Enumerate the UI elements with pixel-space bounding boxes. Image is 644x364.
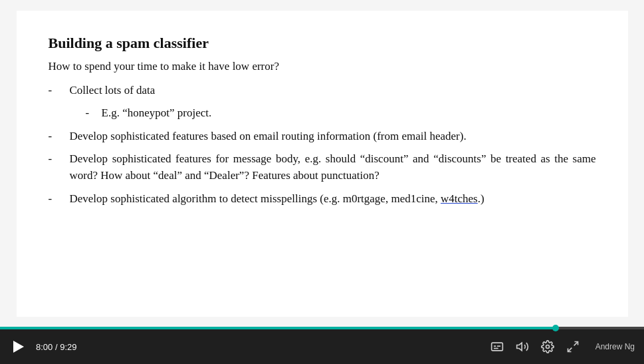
sub-dash: - [86, 105, 102, 122]
settings-icon [541, 340, 554, 353]
bullet-list: - Collect lots of data - E.g. “honeypot”… [49, 83, 596, 208]
progress-bar-fill [0, 327, 556, 329]
svg-marker-4 [516, 343, 522, 351]
bullet-text: Develop sophisticated algorithm to detec… [70, 191, 596, 208]
list-item: - Develop sophisticated features for mes… [49, 151, 596, 184]
control-icons [490, 340, 580, 353]
play-icon [13, 341, 24, 353]
video-container: Building a spam classifier How to spend … [0, 0, 644, 364]
controls-bar: 8:00 / 9:29 [0, 329, 644, 364]
svg-point-5 [546, 345, 549, 349]
underlined-word: w4tches [441, 192, 478, 205]
bullet-dash: - [49, 128, 67, 145]
slide-title: Building a spam classifier [49, 35, 596, 52]
slide-content: Building a spam classifier How to spend … [17, 11, 628, 317]
settings-button[interactable] [541, 340, 554, 353]
total-time: 9:29 [60, 342, 76, 352]
svg-line-7 [568, 348, 572, 352]
sub-text: E.g. “honeypot” project. [102, 105, 212, 122]
bullet-dash: - [49, 151, 67, 168]
progress-bar-track[interactable] [0, 327, 644, 329]
play-button[interactable] [9, 337, 28, 356]
slide-subtitle: How to spend your time to make it have l… [49, 60, 596, 73]
list-item: - Develop sophisticated algorithm to det… [49, 191, 596, 208]
list-item: - Collect lots of data - E.g. “honeypot”… [49, 83, 596, 122]
bullet-text: Develop sophisticated features based on … [70, 128, 596, 145]
bullet-text: Develop sophisticated features for messa… [70, 151, 596, 184]
svg-line-6 [574, 342, 578, 346]
fullscreen-icon [566, 340, 580, 353]
bullet-dash: - [49, 191, 67, 208]
bullet-dash: - [49, 83, 67, 99]
current-time: 8:00 [36, 342, 53, 352]
volume-button[interactable] [516, 340, 529, 353]
watermark: Andrew Ng [595, 342, 635, 351]
list-item: - Develop sophisticated features based o… [49, 128, 596, 145]
time-display: 8:00 / 9:29 [36, 342, 76, 352]
captions-button[interactable] [490, 340, 504, 353]
sub-bullet: - E.g. “honeypot” project. [86, 105, 596, 122]
fullscreen-button[interactable] [566, 340, 580, 353]
volume-icon [516, 340, 529, 353]
captions-icon [490, 340, 504, 353]
bullet-text: Collect lots of data [70, 83, 596, 99]
slide-area: Building a spam classifier How to spend … [0, 0, 644, 327]
